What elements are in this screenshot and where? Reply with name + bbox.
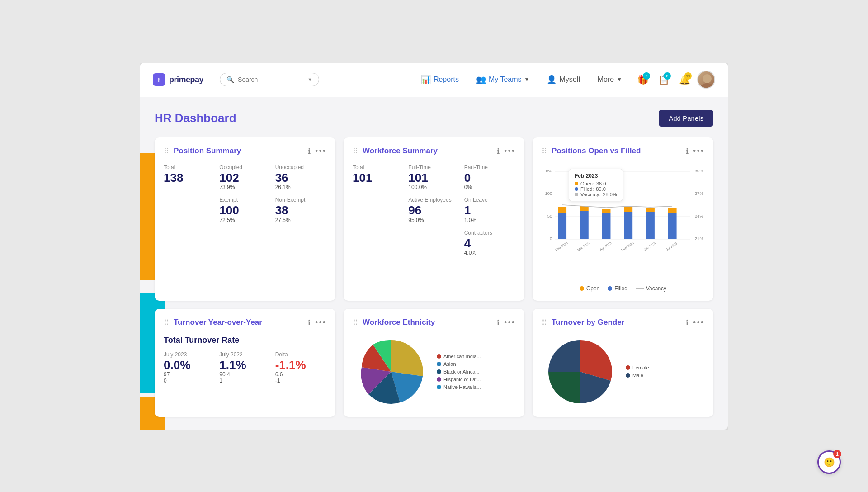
myself-label: Myself <box>559 76 580 84</box>
bar-may-filled <box>624 212 632 239</box>
workforce-ethnicity-title: Workforce Ethnicity <box>363 318 492 327</box>
turnover-gender-title: Turnover by Gender <box>552 318 681 327</box>
myself-icon: 👤 <box>547 75 557 85</box>
ethnicity-asian-label: Asian <box>443 361 456 367</box>
svg-text:100: 100 <box>545 191 552 196</box>
search-dropdown-icon[interactable]: ▼ <box>307 77 312 82</box>
wf-fulltime: Full-Time 101 100.0% <box>408 164 459 191</box>
panels-grid: ⠿ Position Summary ℹ ••• Total 138 Occup… <box>155 137 713 417</box>
tooltip-vacancy-value: 28.0% <box>603 192 617 197</box>
search-bar[interactable]: 🔍 ▼ <box>220 73 319 86</box>
svg-text:30%: 30% <box>695 169 703 173</box>
vacancy-line <box>562 205 673 208</box>
positions-chart-drag[interactable]: ⠿ <box>542 147 547 156</box>
tooltip-filled-dot <box>575 187 578 191</box>
svg-text:150: 150 <box>545 169 552 173</box>
gender-male-label: Male <box>632 373 643 378</box>
myteams-label: My Teams <box>489 76 522 84</box>
tooltip-open-label: Open: <box>580 181 594 186</box>
turnover-yoy-menu[interactable]: ••• <box>315 318 326 327</box>
legend-filled-dot <box>608 286 612 291</box>
turnover-yoy-header: ⠿ Turnover Year-over-Year ℹ ••• <box>164 318 326 327</box>
ethnicity-ai-label: American India... <box>443 354 481 359</box>
svg-point-1 <box>700 83 714 89</box>
turnover-subtitle: Total Turnover Rate <box>164 336 326 345</box>
bell-badge: 11 <box>684 72 692 80</box>
wf-spacer <box>353 197 404 223</box>
gender-female-label: Female <box>632 365 649 370</box>
turnover-stats: July 2023 0.0% 97 0 July 2022 1.1% 90.4 … <box>164 351 326 384</box>
svg-text:24%: 24% <box>695 214 703 218</box>
tooltip-vacancy-label: Vacancy: <box>580 192 600 197</box>
chart-tooltip: Feb 2023 Open: 36.0 Filled: 89.0 <box>569 169 623 201</box>
bar-mar-filled <box>580 211 589 239</box>
svg-text:0: 0 <box>550 237 552 241</box>
wf-total: Total 101 <box>353 164 404 191</box>
bar-jul-open <box>668 208 677 213</box>
workforce-summary-panel: ⠿ Workforce Summary ℹ ••• Total 101 Full… <box>344 137 524 301</box>
ethnicity-american-indian: American India... <box>437 354 481 359</box>
myteams-nav[interactable]: 👥 My Teams ▼ <box>472 73 534 86</box>
stat-nonexempt: Non-Exempt 38 27.5% <box>275 197 326 223</box>
tooltip-filled-label: Filled: <box>580 186 594 192</box>
gender-female: Female <box>626 365 649 370</box>
svg-text:50: 50 <box>547 214 552 218</box>
logo: r primepay <box>153 73 203 86</box>
list-badge: 2 <box>664 72 671 80</box>
positions-chart-menu[interactable]: ••• <box>693 147 704 156</box>
ethnicity-native-hawaiian: Native Hawaiia... <box>437 384 481 390</box>
reports-nav[interactable]: 📊 Reports <box>416 73 463 86</box>
positions-chart-info[interactable]: ℹ <box>686 147 689 156</box>
ethnicity-hispanic: Hispanic or Lat... <box>437 377 481 382</box>
svg-point-0 <box>703 74 712 83</box>
turnover-july2023: July 2023 0.0% 97 0 <box>164 351 215 384</box>
position-summary-header: ⠿ Position Summary ℹ ••• <box>164 147 326 156</box>
user-avatar[interactable] <box>697 71 715 89</box>
bell-button[interactable]: 🔔 11 <box>676 71 693 88</box>
positions-chart-header: ⠿ Positions Open vs Filled ℹ ••• <box>542 147 704 156</box>
list-button[interactable]: 📋 2 <box>656 71 672 88</box>
ethnicity-nh-label: Native Hawaiia... <box>443 384 481 390</box>
main-content: HR Dashboard Add Panels ⠿ Position Summa… <box>140 97 728 430</box>
turnover-gender-menu[interactable]: ••• <box>693 318 704 327</box>
workforce-ethnicity-info[interactable]: ℹ <box>497 318 500 327</box>
workforce-summary-drag[interactable]: ⠿ <box>353 147 358 156</box>
nav-actions: 🎁 2 📋 2 🔔 11 <box>635 71 715 89</box>
gender-male: Male <box>626 373 649 378</box>
legend-open: Open <box>580 285 599 292</box>
position-summary-menu[interactable]: ••• <box>315 147 326 156</box>
more-nav[interactable]: More ▼ <box>593 74 627 85</box>
position-summary-panel: ⠿ Position Summary ℹ ••• Total 138 Occup… <box>155 137 335 301</box>
ethnicity-content: American India... Asian Black or Africa.… <box>353 336 515 408</box>
workforce-summary-info[interactable]: ℹ <box>497 147 500 156</box>
legend-open-label: Open <box>586 285 599 292</box>
chat-icon: 🙂 <box>824 457 835 468</box>
svg-text:Apr 2023: Apr 2023 <box>599 241 613 251</box>
gift-button[interactable]: 🎁 2 <box>635 71 651 88</box>
turnover-gender-drag[interactable]: ⠿ <box>542 318 547 327</box>
bar-mar-open <box>580 206 589 211</box>
legend-vacancy-line <box>636 288 644 289</box>
bar-feb-filled <box>558 213 566 239</box>
myteams-chevron: ▼ <box>524 76 530 83</box>
turnover-yoy-panel: ⠿ Turnover Year-over-Year ℹ ••• Total Tu… <box>155 309 335 417</box>
chat-bubble[interactable]: 🙂 1 <box>817 450 841 474</box>
turnover-gender-info[interactable]: ℹ <box>686 318 689 327</box>
ethnicity-hispanic-label: Hispanic or Lat... <box>443 377 481 382</box>
ethnicity-asian: Asian <box>437 361 481 367</box>
turnover-gender-header: ⠿ Turnover by Gender ℹ ••• <box>542 318 704 327</box>
turnover-yoy-drag[interactable]: ⠿ <box>164 318 169 327</box>
workforce-ethnicity-menu[interactable]: ••• <box>504 318 515 327</box>
add-panels-button[interactable]: Add Panels <box>659 110 713 127</box>
turnover-yoy-info[interactable]: ℹ <box>308 318 311 327</box>
workforce-ethnicity-drag[interactable]: ⠿ <box>353 318 358 327</box>
search-input[interactable] <box>238 76 304 83</box>
svg-text:Mar 2023: Mar 2023 <box>576 241 590 251</box>
myself-nav[interactable]: 👤 Myself <box>542 73 585 86</box>
workforce-summary-title: Workforce Summary <box>363 147 492 156</box>
ethnicity-black-label: Black or Africa... <box>443 369 479 374</box>
workforce-summary-menu[interactable]: ••• <box>504 147 515 156</box>
position-summary-info[interactable]: ℹ <box>308 147 311 156</box>
position-summary-drag[interactable]: ⠿ <box>164 147 169 156</box>
tooltip-open-dot <box>575 182 578 185</box>
